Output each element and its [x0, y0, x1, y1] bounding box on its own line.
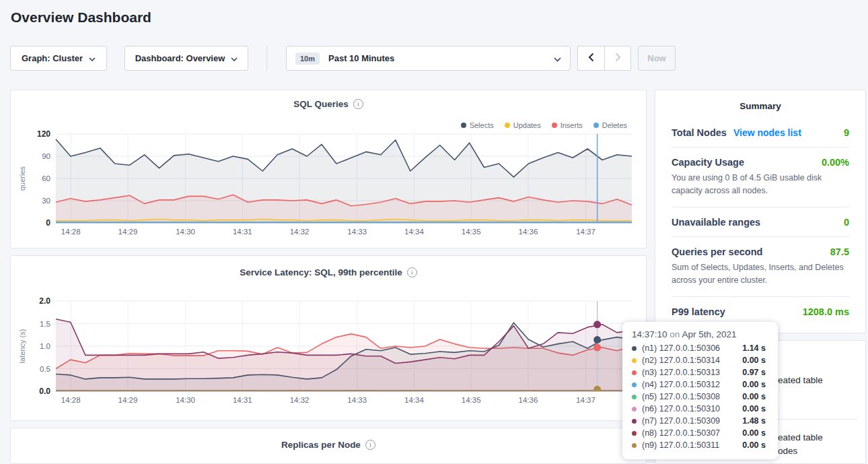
svg-text:14:35: 14:35	[462, 396, 481, 404]
tooltip-row: (n7) 127.0.0.1:503091.48 s	[632, 415, 768, 427]
next-interval-button[interactable]	[604, 46, 631, 71]
page-title: Overview Dashboard	[11, 9, 151, 26]
svg-text:14:29: 14:29	[118, 228, 138, 236]
sql-queries-title-row: SQL Queries i	[11, 99, 646, 109]
series-color-dot	[632, 443, 637, 448]
summary-row-capacity: Capacity Usage 0.00% You are using 0 B o…	[672, 147, 849, 207]
service-latency-chart[interactable]: 0.00.51.01.52.014:2814:2914:3014:3114:32…	[13, 296, 644, 407]
legend-color-dot	[552, 123, 557, 128]
tooltip-node-label: (n3) 127.0.0.1:50313	[642, 368, 720, 377]
tooltip-row: (n2) 127.0.0.1:503140.00 s	[632, 354, 768, 366]
svg-text:14:37: 14:37	[576, 228, 595, 236]
svg-text:120: 120	[37, 129, 50, 139]
prev-interval-button[interactable]	[577, 46, 604, 71]
sql-queries-panel: SQL Queries i SelectsUpdatesInsertsDelet…	[10, 90, 647, 248]
charts-column: SQL Queries i SelectsUpdatesInsertsDelet…	[10, 90, 647, 464]
tooltip-node-value: 1.14 s	[742, 343, 768, 353]
summary-row-qps: Queries per second 87.5 Sum of Selects, …	[672, 237, 849, 297]
tooltip-node-label: (n9) 127.0.0.1:50311	[642, 440, 719, 450]
tooltip-time: 14:37:10	[632, 329, 667, 339]
series-color-dot	[632, 346, 637, 351]
svg-text:14:31: 14:31	[233, 228, 252, 236]
svg-text:30: 30	[42, 197, 50, 205]
summary-panel: Summary Total Nodes View nodes list 9 Ca…	[655, 90, 866, 333]
series-color-dot	[632, 431, 637, 436]
sql-queries-chart[interactable]: 030609012014:2814:2914:3014:3114:3214:33…	[13, 129, 644, 239]
svg-text:1.0: 1.0	[40, 342, 50, 350]
svg-text:latency (s): latency (s)	[18, 329, 26, 364]
summary-value: 1208.0 ms	[803, 306, 849, 317]
toolbar-divider	[266, 46, 267, 71]
summary-value: 87.5	[830, 246, 849, 257]
svg-text:queries: queries	[18, 166, 26, 191]
summary-value: 9	[844, 127, 849, 138]
graph-dropdown[interactable]: Graph: Cluster	[10, 46, 107, 71]
svg-text:60: 60	[42, 174, 50, 183]
info-icon[interactable]: i	[407, 267, 417, 277]
tooltip-row: (n6) 127.0.0.1:503100.00 s	[632, 403, 768, 415]
svg-text:14:35: 14:35	[462, 228, 481, 236]
summary-desc: You are using 0 B of 4.5 GiB usable disk…	[672, 172, 849, 198]
summary-value: 0.00%	[822, 157, 849, 168]
legend-color-dot	[505, 123, 510, 128]
svg-text:14:36: 14:36	[519, 396, 538, 404]
tooltip-node-label: (n5) 127.0.0.1:50308	[642, 392, 720, 401]
chevron-down-icon	[231, 53, 238, 63]
tooltip-rows: (n1) 127.0.0.1:503061.14 s(n2) 127.0.0.1…	[632, 342, 768, 451]
tooltip-node-value: 0.00 s	[742, 392, 768, 401]
time-pager	[577, 46, 631, 71]
svg-text:1.5: 1.5	[40, 320, 50, 328]
svg-text:14:32: 14:32	[290, 228, 310, 236]
tooltip-node-value: 0.00 s	[742, 428, 768, 438]
svg-text:14:36: 14:36	[519, 228, 538, 236]
tooltip-node-label: (n1) 127.0.0.1:50306	[642, 343, 720, 353]
svg-text:14:28: 14:28	[61, 396, 81, 404]
time-range-picker[interactable]: 10m Past 10 Minutes	[286, 46, 571, 71]
svg-text:0: 0	[46, 218, 50, 228]
svg-text:14:30: 14:30	[176, 228, 195, 236]
tooltip-date: Apr 5th, 2021	[682, 329, 736, 339]
tooltip-node-label: (n6) 127.0.0.1:50310	[642, 404, 720, 413]
tooltip-node-label: (n4) 127.0.0.1:50312	[642, 380, 720, 389]
summary-title: Summary	[672, 101, 849, 111]
summary-value: 0	[844, 217, 849, 228]
tooltip-node-label: (n7) 127.0.0.1:50309	[642, 416, 720, 426]
svg-text:14:28: 14:28	[61, 228, 81, 236]
graph-dropdown-label: Graph: Cluster	[22, 53, 83, 63]
chart-title: SQL Queries	[293, 99, 349, 109]
summary-label: P99 latency	[672, 306, 725, 317]
svg-text:14:32: 14:32	[290, 396, 310, 404]
info-icon[interactable]: i	[353, 99, 363, 109]
series-color-dot	[632, 395, 637, 399]
svg-text:14:33: 14:33	[347, 396, 367, 404]
tooltip-timestamp: 14:37:10 on Apr 5th, 2021	[632, 329, 768, 339]
dashboard-dropdown[interactable]: Dashboard: Overview	[124, 46, 248, 71]
summary-row-total-nodes: Total Nodes View nodes list 9	[672, 118, 849, 147]
overview-dashboard-page: Overview Dashboard Graph: Cluster Dashbo…	[0, 0, 868, 464]
tooltip-node-value: 0.00 s	[742, 404, 768, 413]
chevron-down-icon	[554, 53, 561, 65]
now-button[interactable]: Now	[638, 46, 676, 71]
time-range-label: Past 10 Minutes	[328, 53, 394, 63]
event-item-fragment: odes	[778, 446, 797, 456]
series-color-dot	[632, 419, 637, 424]
legend-color-dot	[461, 123, 466, 128]
svg-text:14:34: 14:34	[404, 396, 424, 404]
series-color-dot	[632, 358, 637, 363]
view-nodes-list-link[interactable]: View nodes list	[733, 127, 801, 138]
chevron-down-icon	[89, 53, 96, 63]
tooltip-row: (n4) 127.0.0.1:503120.00 s	[632, 378, 768, 391]
svg-text:2.0: 2.0	[39, 296, 50, 306]
tooltip-node-value: 0.00 s	[742, 356, 768, 365]
series-color-dot	[632, 407, 637, 411]
summary-label: Unavailable ranges	[672, 217, 760, 228]
legend-color-dot	[593, 123, 599, 128]
tooltip-node-value: 1.48 s	[742, 416, 768, 426]
chevron-right-icon	[615, 53, 621, 65]
tooltip-row: (n8) 127.0.0.1:503070.00 s	[632, 427, 768, 439]
info-icon[interactable]: i	[365, 440, 375, 450]
event-item-fragment: eated table	[778, 432, 823, 442]
service-latency-title-row: Service Latency: SQL, 99th percentile i	[11, 267, 646, 277]
svg-text:0.5: 0.5	[40, 365, 50, 373]
tooltip-row: (n5) 127.0.0.1:503080.00 s	[632, 391, 768, 403]
